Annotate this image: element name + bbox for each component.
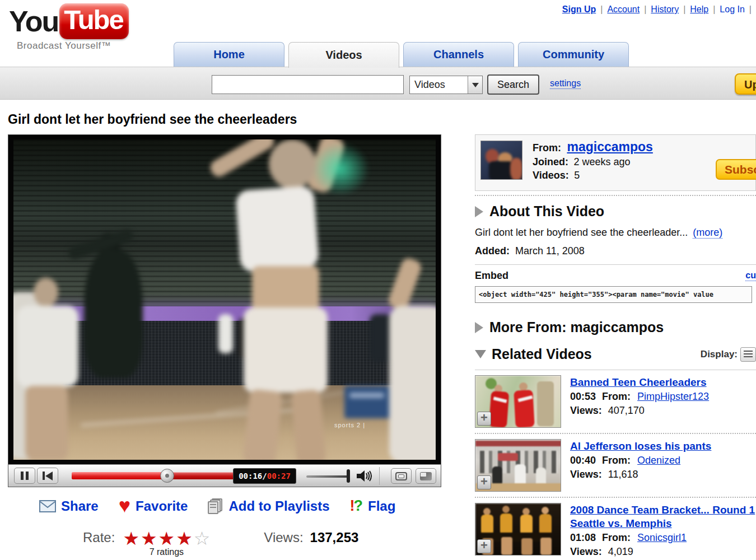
from-label: From: <box>533 142 561 153</box>
videos-count-label: Videos: <box>533 170 569 181</box>
add-to-playlists-action[interactable]: Add to Playlists <box>208 498 329 514</box>
related-video-user-link[interactable]: PimpHipster123 <box>637 391 709 402</box>
time-separator: / <box>262 472 267 480</box>
video-scene: sports 2 | <box>13 139 436 460</box>
related-video-row: Al Jefferson loses his pants 00:40 From:… <box>475 434 756 498</box>
related-video-user-link[interactable]: Sonicsgirl1 <box>637 532 687 543</box>
display-mode-button[interactable] <box>740 347 756 362</box>
volume-slider[interactable] <box>306 475 350 478</box>
speaker-icon[interactable] <box>356 469 374 483</box>
skip-start-icon <box>43 472 45 480</box>
progress-bar[interactable] <box>72 472 235 479</box>
time-total: 00:27 <box>267 472 291 480</box>
related-video-duration: 00:53 <box>570 391 596 402</box>
uploader-username-link[interactable]: magiccampos <box>567 139 652 154</box>
previous-button[interactable] <box>37 468 58 484</box>
quicklist-add-icon[interactable] <box>477 412 491 426</box>
heart-icon <box>119 497 130 515</box>
uploader-info-box: From: magiccampos Joined: 2 weeks ago Vi… <box>475 134 756 191</box>
quicklist-add-icon[interactable] <box>477 539 491 553</box>
related-video-views: Views: 407,170 <box>570 405 709 417</box>
share-action[interactable]: Share <box>39 498 99 514</box>
related-video-title-link[interactable]: Al Jefferson loses his pants <box>570 440 711 453</box>
uploader-avatar[interactable] <box>480 141 522 180</box>
history-link[interactable]: History <box>651 4 679 14</box>
related-video-title-link[interactable]: Seattle vs. Memphis <box>570 517 755 530</box>
tab-home[interactable]: Home <box>174 42 284 67</box>
video-actions: Share Favorite Add to Playlists Flag <box>39 497 395 515</box>
related-video-info: Banned Teen Cheerleaders 00:53 From: Pim… <box>570 375 709 428</box>
dotted-divider <box>475 195 756 196</box>
sign-up-link[interactable]: Sign Up <box>562 4 596 14</box>
tab-community[interactable]: Community <box>518 42 629 67</box>
search-input[interactable] <box>212 75 404 94</box>
progress-handle[interactable] <box>160 469 174 483</box>
account-links: Sign Up|Account|History|Help|Log In| <box>559 4 753 15</box>
logo-tube-text: Tube <box>59 3 128 39</box>
help-link[interactable]: Help <box>690 4 708 14</box>
related-video-views: Views: 4,019 <box>570 546 755 558</box>
about-section-heading: About This Video <box>475 203 756 220</box>
related-video-from-label: From: <box>602 391 631 402</box>
empty-star-icon[interactable]: ☆ <box>194 528 211 549</box>
views-label: Views: <box>264 530 303 545</box>
collapsed-arrow-icon[interactable] <box>475 322 483 333</box>
theater-mode-icon <box>395 472 407 480</box>
tab-channels[interactable]: Channels <box>403 42 514 67</box>
search-button[interactable]: Search <box>487 74 539 95</box>
expanded-arrow-icon[interactable] <box>475 350 486 358</box>
related-video-thumbnail[interactable] <box>475 439 561 492</box>
controls-divider <box>379 467 380 485</box>
related-videos-list: Banned Teen Cheerleaders 00:53 From: Pim… <box>475 370 756 560</box>
related-video-title-link[interactable]: Banned Teen Cheerleaders <box>570 376 709 389</box>
uploader-text: From: magiccampos Joined: 2 weeks ago Vi… <box>533 139 653 183</box>
search-settings-link[interactable]: settings <box>550 78 581 89</box>
search-scope-select[interactable]: Videos <box>409 76 483 94</box>
embed-label: Embed <box>475 270 508 282</box>
video-frame[interactable]: sports 2 | <box>8 135 441 464</box>
customize-link[interactable]: cu <box>745 270 756 281</box>
rating-row: Rate: ★★★★☆ 7 ratings Views: 137,253 <box>83 528 358 557</box>
playlists-icon <box>208 498 223 514</box>
link-separator: | <box>644 4 646 14</box>
flag-action[interactable]: Flag <box>350 497 396 515</box>
filled-stars-icon[interactable]: ★★★★ <box>123 528 193 549</box>
more-from-section-heading: More From: magiccampos <box>475 319 756 335</box>
time-current: 00:16 <box>239 472 262 480</box>
share-label: Share <box>61 498 99 514</box>
upload-button[interactable]: Up <box>735 73 756 95</box>
related-video-views: Views: 11,618 <box>570 469 711 480</box>
rate-label: Rate: <box>83 530 115 545</box>
account-link[interactable]: Account <box>607 4 640 14</box>
collapsed-arrow-icon[interactable] <box>475 206 483 217</box>
link-separator: | <box>600 4 603 14</box>
related-video-meta: 00:40 From: Odenized <box>570 455 711 466</box>
embed-code-input[interactable] <box>475 286 752 303</box>
quicklist-add-icon[interactable] <box>477 475 491 489</box>
related-video-info: 2008 Dance Team Bracket... Round 1 Seatt… <box>570 503 755 558</box>
dropdown-button[interactable] <box>468 76 482 94</box>
theater-mode-button[interactable] <box>391 468 412 484</box>
star-rating[interactable]: ★★★★☆ 7 ratings <box>123 528 210 557</box>
pause-button[interactable] <box>14 468 35 484</box>
playlists-label: Add to Playlists <box>228 498 329 514</box>
favorite-action[interactable]: Favorite <box>119 497 188 515</box>
videos-count-value: 5 <box>574 170 580 181</box>
related-video-thumbnail[interactable] <box>475 375 561 428</box>
related-video-views-label: Views: <box>570 469 602 480</box>
log-in-link[interactable]: Log In <box>720 4 744 14</box>
more-link[interactable]: (more) <box>693 227 722 239</box>
sidebar: From: magiccampos Joined: 2 weeks ago Vi… <box>475 134 756 560</box>
youtube-logo[interactable]: You Tube Broadcast Yourself™ <box>9 3 129 52</box>
video-player: sports 2 | 00:16 / 00:27 <box>8 134 441 487</box>
pause-icon <box>21 472 24 480</box>
related-video-title-link[interactable]: 2008 Dance Team Bracket... Round 1 <box>570 503 755 517</box>
related-video-user-link[interactable]: Odenized <box>637 455 680 466</box>
subscribe-button[interactable]: Subsc <box>716 159 756 180</box>
screen-size-button[interactable] <box>416 468 436 484</box>
related-video-thumbnail[interactable] <box>475 503 561 556</box>
volume-handle[interactable] <box>347 469 350 483</box>
related-video-views-value: 11,618 <box>608 469 638 480</box>
tab-videos[interactable]: Videos <box>288 42 399 68</box>
link-separator: | <box>713 4 715 14</box>
